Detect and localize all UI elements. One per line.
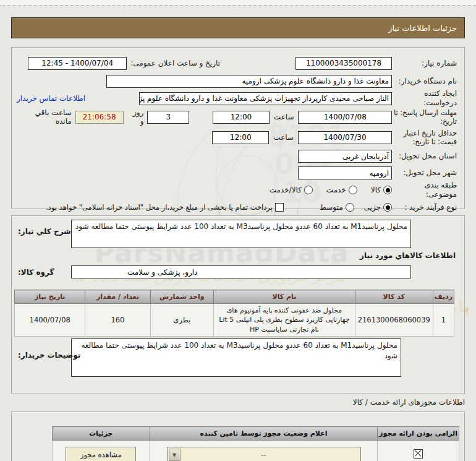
category-both-label: کالا/خدمت [270, 186, 302, 194]
view-license-button[interactable]: مشاهده مجوز [66, 447, 136, 461]
process-small-radio[interactable] [383, 203, 392, 212]
goods-group-label: گروه کالا: [18, 268, 54, 277]
top-dotted-separator [0, 0, 476, 6]
buyer-notes-label: توضیحات خریدار: [18, 351, 80, 360]
buyer-contact-link[interactable]: اطلاعات تماس خریدار [17, 94, 85, 103]
need-description-label: شرح کلي نياز: [18, 227, 71, 236]
category-goods-label: کالا [371, 186, 381, 194]
items-table: ردیف کد کالا نام کالا واحد شمارش تعداد /… [14, 290, 454, 337]
dropdown-arrow-icon[interactable]: ▼ [169, 449, 181, 461]
price-validity-label: حداقل تاریخ اعتبار قیمت: تا تاریخ: [392, 129, 457, 147]
col-license-required: الزامی بودن ارائه مجوز [378, 427, 459, 441]
process-medium-label: متوسط [320, 203, 343, 212]
treasury-checkbox[interactable] [275, 203, 284, 212]
countdown-timer: 21:06:58 [75, 111, 124, 124]
creator-input[interactable]: الناز صباحی محیدی کارپرداز تجهیزات پزشکی… [139, 92, 392, 105]
remaining-hours-label: ساعت باقي مانده [17, 108, 72, 126]
items-table-row: 1 2161300068060039 محلول ضد عفونی کننده … [15, 304, 454, 337]
col-license-details: جزئیات [52, 427, 150, 441]
request-info-panel: شماره نیاز: 1100003435000178 تاریخ و ساع… [11, 47, 465, 209]
licenses-table-header-row: الزامی بودن ارائه مجوز اعلام وضعیت مجوز … [52, 427, 459, 441]
item-unit: بطری [150, 304, 214, 337]
validity-hour-label: ساعت [273, 133, 294, 142]
page-title: جزئیات اطلاعات نیاز [11, 17, 465, 38]
license-required-checkbox[interactable] [414, 449, 423, 459]
city-input[interactable]: ارومیه [298, 166, 392, 179]
deadline-time-input[interactable]: 12:00 [213, 111, 270, 124]
deadline-date-input[interactable]: 1400/07/08 [298, 111, 392, 124]
price-validity-date-input[interactable]: 1400/07/30 [298, 131, 392, 144]
col-quantity: تعداد / مقدار [85, 290, 150, 304]
col-item-name: نام کالا [214, 290, 355, 304]
goods-group-input[interactable]: دارو، پزشکی و سلامت [71, 265, 411, 278]
process-type-label: نوع فرآیند خرید : [392, 203, 457, 212]
deadline-label: مهلت ارسال پاسخ: تا تاریخ: [392, 108, 457, 126]
items-table-header-row: ردیف کد کالا نام کالا واحد شمارش تعداد /… [15, 290, 454, 304]
item-code: 2161300068060039 [355, 304, 433, 337]
announce-label: تاریخ و ساعت اعلان عمومی: [130, 59, 220, 67]
need-number-input[interactable]: 1100003435000178 [295, 57, 392, 70]
buyer-notes-textarea[interactable]: محلول پرناسیدM1 به تعداد 60 عددو محلول پ… [71, 338, 401, 377]
buyer-org-input[interactable]: معاونت غذا و دارو دانشگاه علوم پزشکی ارو… [106, 75, 392, 88]
items-section-title: اطلاعات کالاهاي مورد نیاز [360, 251, 456, 260]
price-validity-time-input[interactable]: 12:00 [212, 131, 269, 144]
days-and-label: روز و [127, 108, 144, 126]
need-description-textarea[interactable]: محلول پرناسیدM1 به تعداد 60 عددو محلول پ… [71, 220, 411, 248]
category-label: طبقه بندی موضوعی: [392, 181, 457, 199]
days-remaining-input[interactable]: 3 [147, 111, 189, 124]
item-quantity: 160 [85, 304, 150, 337]
licenses-table: الزامی بودن ارائه مجوز اعلام وضعیت مجوز … [52, 426, 459, 461]
license-status-dropdown[interactable]: ▼ -- [167, 447, 361, 461]
buyer-org-label: نام دستگاه خریدار: [392, 77, 457, 86]
deadline-hour-label: ساعت [274, 113, 294, 121]
category-service-radio[interactable] [349, 186, 357, 194]
treasury-label: پرداخت تمام یا بخشی از مبلغ خرید،از محل … [46, 203, 273, 212]
province-label: استان محل تحویل: [392, 152, 457, 161]
col-row-number: ردیف [433, 290, 454, 304]
col-unit: واحد شمارش [150, 290, 214, 304]
item-row-number: 1 [433, 304, 454, 337]
announce-datetime-input[interactable]: 1400/07/04 - 12:45 [28, 57, 127, 70]
licenses-panel: الزامی بودن ارائه مجوز اعلام وضعیت مجوز … [11, 411, 465, 461]
col-license-status: اعلام وضعیت مجوز توسط تامین کننده [150, 427, 378, 441]
category-both-radio[interactable] [304, 186, 313, 194]
city-label: شهر محل تحویل: [392, 168, 457, 178]
category-goods-radio[interactable] [383, 186, 392, 194]
creator-label: ایجاد کننده درخواست: [392, 89, 457, 108]
province-input[interactable]: آذربایجان غربی [298, 150, 392, 163]
col-item-code: کد کالا [355, 290, 433, 304]
item-need-date: 1400/07/08 [15, 304, 85, 337]
license-status-value: -- [168, 450, 360, 459]
licenses-section-title: اطلاعات مجوزهای ارائه خدمت / کالا [353, 398, 465, 407]
process-small-label: جزیی [364, 203, 381, 212]
need-details-panel: محلول پرناسیدM1 به تعداد 60 عددو محلول پ… [11, 215, 465, 394]
category-service-label: خدمت [326, 186, 346, 194]
col-need-date: تاریخ نیاز [15, 290, 85, 304]
item-name: محلول ضد عفونی کننده پایه آمونیوم های چه… [214, 304, 355, 337]
process-medium-radio[interactable] [346, 203, 354, 212]
licenses-table-row: ▼ -- مشاهده مجوز [52, 441, 459, 461]
need-number-label: شماره نیاز: [392, 59, 457, 68]
